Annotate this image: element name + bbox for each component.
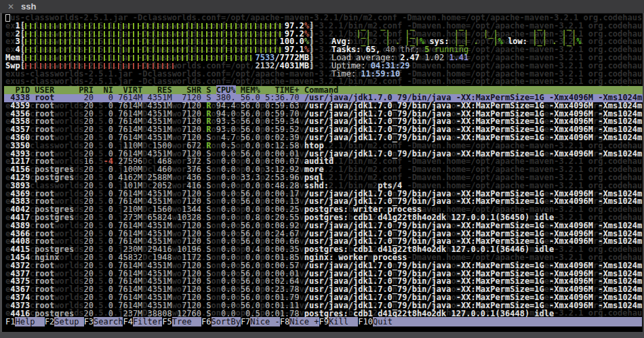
window-edge-bottom xyxy=(0,332,644,338)
title-bar[interactable]: ✕ ssh xyxy=(0,0,644,14)
window-title: ssh xyxy=(21,1,36,12)
fkey-label-Quit[interactable]: Quit xyxy=(373,317,642,326)
process-table-rows: 4338 root 20 0 7614M 4351M 7120 S 380. 5… xyxy=(4,94,644,318)
cpu1-meter: 1[97.2%] xyxy=(5,22,314,30)
function-key-bar: F1Help F2Setup F3SearchF4FilterF5Tree F6… xyxy=(4,318,644,326)
cpu2-meter-bar: 97.2% xyxy=(25,30,309,39)
time-line: Time: 11:59:10 xyxy=(331,70,400,79)
cpu3-meter: 3[100.0%] xyxy=(5,38,314,46)
fkey-label-Search[interactable]: Search xyxy=(94,317,123,326)
swap-meter-bar: 2132/4031MB xyxy=(25,62,309,70)
fkey-label-Kill[interactable]: Kill xyxy=(329,317,358,326)
terminal-window: ✕ ssh us-classworlds-2.5.1.jar -Dclasswo… xyxy=(0,0,644,338)
fkey-label-Nice--[interactable]: Nice - xyxy=(250,317,279,326)
fkey-F10[interactable]: F10 xyxy=(358,317,373,326)
fkey-F7[interactable]: F7 xyxy=(241,317,250,326)
fkey-label-Tree[interactable]: Tree xyxy=(172,317,201,326)
cpu2-meter: 2[97.2%] xyxy=(5,30,314,39)
fkey-F3[interactable]: F3 xyxy=(84,317,94,326)
fkey-F6[interactable]: F6 xyxy=(201,317,211,326)
fkey-label-Filter[interactable]: Filter xyxy=(133,317,162,326)
fkey-F1[interactable]: F1 xyxy=(5,317,15,326)
fkey-F8[interactable]: F8 xyxy=(280,317,289,326)
cpu1-meter-bar: 97.2% xyxy=(25,22,309,30)
fkey-label-Setup[interactable]: Setup xyxy=(54,317,83,326)
fkey-F2[interactable]: F2 xyxy=(45,317,54,326)
fkey-label-Help[interactable]: Help xyxy=(15,317,44,326)
swap-meter: Swp[2132/4031MB] xyxy=(5,62,314,70)
fkey-F4[interactable]: F4 xyxy=(123,317,132,326)
close-icon[interactable]: ✕ xyxy=(7,3,14,11)
fkey-F5[interactable]: F5 xyxy=(162,317,172,326)
fkey-label-SortBy[interactable]: SortBy xyxy=(212,317,241,326)
cpu3-meter-bar: 100.0% xyxy=(25,38,309,46)
window-edge-left xyxy=(0,13,2,333)
fkey-label-Nice-+[interactable]: Nice + xyxy=(289,317,319,326)
fkey-F9[interactable]: F9 xyxy=(319,317,329,326)
